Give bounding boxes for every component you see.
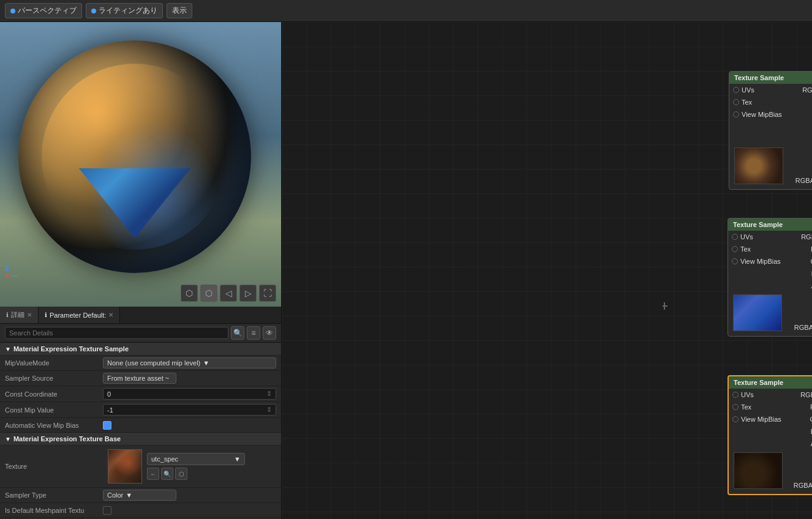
node-1-a-row: A (729, 133, 812, 145)
node-2-tex-pin[interactable] (732, 246, 738, 252)
texture-sample-node-2[interactable]: Texture Sample ▲ UVs RGB Tex (727, 218, 812, 337)
param-tab-label: Parameter Default: (50, 312, 106, 319)
default-meshpaint-value (103, 506, 276, 515)
node-1-uvs-pin[interactable] (733, 87, 739, 93)
node-graph[interactable]: Texture Sample ▲ UVs RGB Tex (282, 22, 812, 519)
perspective-button[interactable]: パースペクティブ (5, 3, 82, 18)
viewport-axes: Z x — (5, 264, 18, 279)
node-3-uvs-row: UVs RGB (729, 389, 812, 401)
node-1-tex-row: Tex R (729, 96, 812, 108)
param-tab-close[interactable]: ✕ (108, 312, 113, 318)
sampler-type-row: Sampler Type Color ▼ (0, 488, 281, 503)
node-2-texture-preview (733, 294, 782, 331)
mip-value-mode-label: MipValueMode (5, 359, 103, 367)
viewport[interactable]: Z x — ⬡ ⬡ ◁ ▷ ⛶ (0, 22, 281, 307)
display-button[interactable]: 表示 (167, 3, 192, 18)
node-1-title: Texture Sample (734, 74, 784, 81)
y-axis-label: — (11, 272, 18, 279)
node-2-rgb-label: RGB (801, 233, 812, 241)
sampler-type-dropdown[interactable]: Color ▼ (103, 490, 176, 501)
texture-sample-node-1[interactable]: Texture Sample ▲ UVs RGB Tex (729, 71, 812, 190)
texture-row: Texture utc_spec ▼ ← 🔍 ⬡ (0, 446, 281, 488)
details-tab-label: 詳細 (11, 310, 24, 319)
node-2-mip-row: View MipBias G (728, 255, 812, 267)
texture-base-section-title: Material Expression Texture Base (13, 435, 121, 442)
display-label: 表示 (172, 6, 187, 16)
param-tab[interactable]: ℹ Parameter Default: ✕ (39, 307, 120, 323)
node-3-uvs-pin[interactable] (732, 392, 739, 398)
node-3-uvs-label: UVs (741, 391, 754, 398)
const-coordinate-label: Const Coordinate (5, 390, 103, 398)
viewport-control-3[interactable]: ◁ (220, 285, 237, 302)
details-tab[interactable]: ℹ 詳細 ✕ (0, 307, 39, 323)
sampler-type-label: Sampler Type (5, 491, 103, 499)
node-1-rgba-row: RGBA (786, 174, 812, 187)
node-1-mip-row: View MipBias G (729, 108, 812, 121)
node-1-tex-label: Tex (742, 99, 752, 106)
node-2-mip-label: View MipBias (740, 258, 781, 265)
node-3-mip-pin[interactable] (732, 416, 739, 422)
node-1-uvs-label: UVs (742, 86, 754, 94)
tab-bar: ℹ 詳細 ✕ ℹ Parameter Default: ✕ (0, 307, 281, 324)
texture-sample-node-3[interactable]: Texture Sample ▲ UVs RGB Tex (727, 375, 812, 495)
node-3-rgba-label: RGBA (794, 482, 812, 489)
sampler-source-dropdown[interactable]: From texture asset ~ (103, 373, 176, 384)
texture-base-section-header[interactable]: ▼ Material Expression Texture Base (0, 433, 281, 446)
viewport-control-1[interactable]: ⬡ (181, 285, 198, 302)
auto-mip-bias-checkbox[interactable] (103, 421, 111, 430)
viewport-control-5[interactable]: ⛶ (259, 285, 276, 302)
mip-value-mode-value: None (use computed mip level) ▼ (103, 357, 276, 368)
node-2-mip-pin[interactable] (732, 258, 738, 264)
x-axis-label: x (5, 272, 9, 279)
node-3-texture-preview (734, 452, 783, 489)
lighting-button[interactable]: ライティングあり (86, 3, 163, 18)
list-view-button[interactable]: ≡ (247, 326, 260, 340)
node-2-rgba-label: RGBA (794, 324, 812, 331)
node-1-header: Texture Sample ▲ (729, 72, 812, 84)
sampler-type-arrow: ▼ (126, 491, 132, 499)
texture-name-dropdown[interactable]: utc_spec ▼ (147, 453, 245, 465)
node-1-mip-pin[interactable] (733, 111, 739, 118)
sampler-source-label: Sampler Source (5, 375, 103, 382)
const-mip-value-input[interactable]: -1 ⇕ (103, 404, 276, 416)
node-2-uvs-row: UVs RGB (728, 231, 812, 243)
search-input[interactable] (5, 327, 228, 339)
const-mip-value-label: Const Mip Value (5, 406, 103, 414)
meshpaint-checkbox[interactable] (103, 506, 111, 515)
param-tab-icon: ℹ (45, 312, 47, 318)
mip-value-mode-dropdown[interactable]: None (use computed mip level) ▼ (103, 357, 276, 368)
node-2-tex-label: Tex (740, 245, 751, 253)
node-1-uvs-row: UVs RGB (729, 84, 812, 96)
perspective-label: パースペクティブ (18, 6, 77, 16)
texture-sample-section-header[interactable]: ▼ Material Expression Texture Sample (0, 343, 281, 356)
const-mip-value-row: Const Mip Value -1 ⇕ (0, 402, 281, 418)
node-2-title: Texture Sample (733, 221, 783, 228)
node-3-title: Texture Sample (734, 379, 783, 386)
mip-drag-icon: ⇕ (266, 406, 272, 414)
node-3-tex-pin[interactable] (732, 404, 739, 410)
texture-search-button[interactable]: 🔍 (161, 468, 173, 480)
node-1-rgba-right: RGBA (795, 177, 812, 184)
z-axis-label: Z (5, 264, 18, 272)
texture-back-button[interactable]: ← (147, 468, 159, 480)
const-coordinate-row: Const Coordinate 0 ⇕ (0, 386, 281, 402)
node-3-tex-label: Tex (741, 403, 751, 411)
default-meshpaint-label: Is Default Meshpaint Textu (5, 507, 103, 514)
texture-name-column: utc_spec ▼ ← 🔍 ⬡ (147, 453, 276, 480)
eye-button[interactable]: 👁 (263, 326, 276, 340)
texture-link-button[interactable]: ⬡ (175, 468, 187, 480)
search-button[interactable]: 🔍 (231, 326, 244, 340)
node-3-rgba-row: RGBA (785, 479, 812, 491)
coord-drag-icon: ⇕ (266, 390, 272, 398)
section-arrow-2: ▼ (5, 436, 11, 442)
const-coordinate-input[interactable]: 0 ⇕ (103, 388, 276, 400)
auto-mip-bias-row: Automatic View Mip Bias (0, 418, 281, 433)
node-2-uvs-pin[interactable] (732, 234, 738, 240)
node-1-tex-pin[interactable] (733, 99, 739, 105)
texture-thumbnail (108, 449, 142, 484)
node-2-uvs-label: UVs (740, 233, 753, 241)
details-tab-close[interactable]: ✕ (27, 312, 32, 318)
viewport-control-4[interactable]: ▷ (239, 285, 257, 302)
viewport-control-2[interactable]: ⬡ (200, 285, 217, 302)
const-mip-value-input-wrap: -1 ⇕ (103, 404, 276, 416)
